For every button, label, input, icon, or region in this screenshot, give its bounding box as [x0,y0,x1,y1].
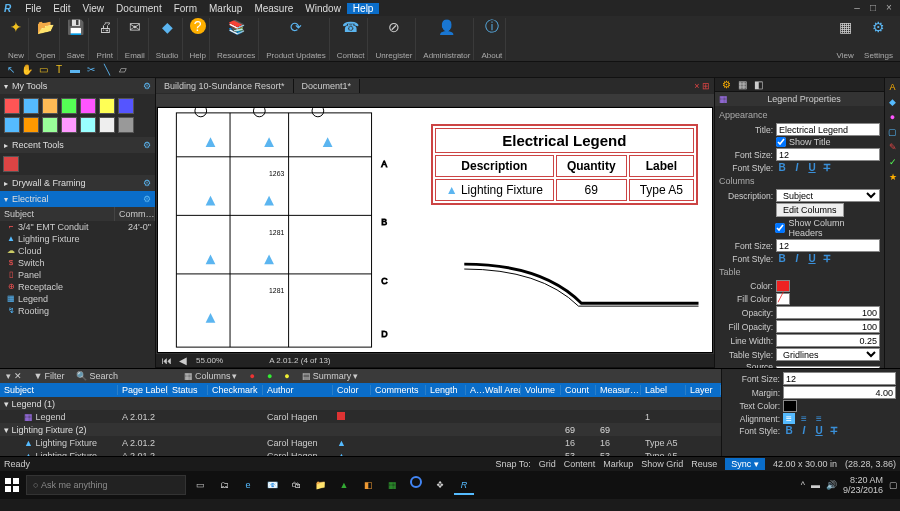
col-pagelabel[interactable]: Page Label [118,385,168,395]
nav-prev-icon[interactable]: ◀ [176,354,190,368]
tool-item[interactable] [80,98,96,114]
taskbar-app[interactable]: 🗂 [214,475,234,495]
tool-item[interactable] [80,117,96,133]
side-icon[interactable]: ▢ [887,127,899,139]
alignment-buttons[interactable]: ≡≡≡ [783,413,825,424]
summary-button[interactable]: ▤ Summary ▾ [298,371,363,381]
tool-item[interactable] [42,117,58,133]
tree-row[interactable]: ⊕Receptacle [0,281,155,293]
document-canvas[interactable]: ABCD 1281 1281 1263 Electrical Legend De… [157,107,713,353]
gear-icon[interactable]: ⚙ [143,194,151,204]
input-margin[interactable] [783,386,896,399]
side-icon[interactable]: ◆ [887,97,899,109]
table-row[interactable]: ▦ Legend A 2.01.2 Carol Hagen 1 [0,410,721,423]
input-title[interactable] [776,123,880,136]
select-tablestyle[interactable]: Gridlines [776,348,880,361]
input-opacity[interactable] [776,306,880,319]
electrical-header[interactable]: ▾Electrical⚙ [0,191,155,207]
menu-document[interactable]: Document [110,3,168,14]
window-minimize[interactable]: – [850,2,864,14]
drywall-header[interactable]: ▸Drywall & Framing⚙ [0,175,155,191]
align-left-icon[interactable]: ≡ [783,413,795,424]
window-close[interactable]: × [882,2,896,14]
col-wallarea[interactable]: A…Wall Area [466,385,521,395]
snap-grid[interactable]: Grid [539,459,556,469]
chk-showtitle[interactable] [776,137,786,147]
tab-3d-icon[interactable]: ◧ [751,78,765,92]
tray-network-icon[interactable]: ▬ [811,480,820,490]
col-volume[interactable]: Volume [521,385,561,395]
menu-window[interactable]: Window [299,3,347,14]
tool-text[interactable]: T [52,63,66,77]
ribbon-resources[interactable]: 📚Resources [214,18,259,60]
input-colfontsize[interactable] [776,239,880,252]
tab-props-icon[interactable]: ⚙ [719,78,733,92]
menu-view[interactable]: View [77,3,111,14]
col-comments[interactable]: Comm… [115,207,155,221]
tray-volume-icon[interactable]: 🔊 [826,480,837,490]
input-linewidth[interactable] [776,334,880,347]
taskbar-app[interactable]: ◧ [358,475,378,495]
taskbar-search[interactable]: ○ Ask me anything [26,475,186,495]
swatch-textcolor[interactable] [783,400,797,412]
br-font-style[interactable]: BIUT̶ [783,425,840,436]
ribbon-admin[interactable]: 👤Administrator [420,18,474,60]
underline-icon[interactable]: U [806,162,818,173]
tool-icon[interactable]: ● [245,371,258,381]
tray-time[interactable]: 8:20 AM [843,475,883,485]
menu-edit[interactable]: Edit [47,3,76,14]
tool-icon[interactable]: ● [263,371,276,381]
tool-item[interactable] [4,117,20,133]
zoom-value[interactable]: 55.00% [192,356,227,365]
taskbar-app[interactable]: ❖ [430,475,450,495]
chk-showcolhdr[interactable] [775,223,785,233]
swatch-color[interactable] [776,280,790,292]
input-br-fontsize[interactable] [783,372,896,385]
col-status[interactable]: Status [168,385,208,395]
tool-icon[interactable]: ● [280,371,293,381]
tree-row[interactable]: ▲Lighting Fixture [0,233,155,245]
ribbon-help[interactable]: ?Help [187,18,210,60]
side-icon[interactable]: ✎ [887,142,899,154]
col-font-style[interactable]: BIUT̶ [776,253,833,264]
btn-editcolumns[interactable]: Edit Columns [776,203,844,217]
ribbon-about[interactable]: ⓘAbout [478,18,506,60]
tab-layers-icon[interactable]: ▦ [735,78,749,92]
gear-icon[interactable]: ⚙ [143,81,151,91]
input-fillopacity[interactable] [776,320,880,333]
show-grid[interactable]: Show Grid [641,459,683,469]
ribbon-updates[interactable]: ⟳Product Updates [263,18,330,60]
ribbon-save[interactable]: 💾Save [64,18,89,60]
tool-select[interactable]: ▭ [36,63,50,77]
tool-highlight[interactable]: ▬ [68,63,82,77]
tool-pointer[interactable]: ↖ [4,63,18,77]
search-button[interactable]: 🔍 Search [72,371,122,381]
table-group[interactable]: ▾ Lighting Fixture (2)6969 [0,423,721,436]
input-fontsize[interactable] [776,148,880,161]
tree-row[interactable]: ⌐3/4" EMT Conduit24'-0" [0,221,155,233]
taskview-icon[interactable]: ▭ [190,475,210,495]
ribbon-new[interactable]: ✦New [4,18,29,60]
tree-row[interactable]: ↯Rooting [0,305,155,317]
filter-button[interactable]: ▼ Filter [30,371,69,381]
tool-item[interactable] [118,98,134,114]
start-button[interactable] [2,475,22,495]
tool-item[interactable] [23,98,39,114]
table-row[interactable]: ▲ Lighting Fixture A 2.01.2 Carol Hagen▲… [0,436,721,449]
strike-icon[interactable]: T̶ [821,162,833,173]
menu-file[interactable]: File [19,3,47,14]
doc-tab[interactable]: Document1* [294,79,361,93]
table-row[interactable]: ▲ Lighting Fixture A 2.01.2 Carol Hagen▲… [0,449,721,456]
page-indicator[interactable]: A 2.01.2 (4 of 13) [229,356,370,365]
col-subject[interactable]: Subject [0,207,115,221]
taskbar-app[interactable]: e [238,475,258,495]
side-icon[interactable]: ● [887,112,899,124]
reuse[interactable]: Reuse [691,459,717,469]
tool-item[interactable] [118,117,134,133]
tool-item[interactable] [4,98,20,114]
menu-form[interactable]: Form [168,3,203,14]
taskbar-app[interactable]: ▲ [334,475,354,495]
tray-notifications-icon[interactable]: ▢ [889,480,898,490]
tool-line[interactable]: ╲ [100,63,114,77]
legend-table[interactable]: Electrical Legend DescriptionQuantityLab… [431,124,698,205]
